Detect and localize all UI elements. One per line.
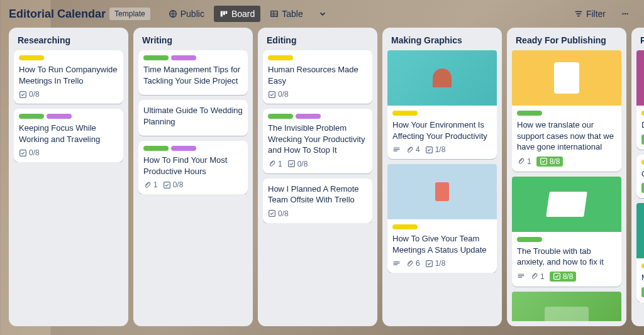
card[interactable]: The Invisible Problem Wrecking Your Prod… [263, 109, 372, 173]
svg-point-6 [625, 13, 626, 14]
attachment-count: 1 [540, 272, 545, 281]
label-purple[interactable] [47, 114, 72, 119]
svg-rect-1 [221, 11, 223, 17]
card[interactable]: Creating4 May [636, 155, 644, 199]
card-title: Human Resources Made Easy [268, 64, 367, 86]
list-header[interactable]: Writing [138, 33, 248, 50]
card[interactable]: How To Give Your Team Meetings A Status … [387, 164, 497, 273]
board-view-button[interactable]: Board [214, 6, 260, 22]
card-badges: 10/8 [143, 180, 243, 189]
card-title: How I Planned A Remote Team Offsite With… [268, 184, 367, 206]
card[interactable]: How Your Environment Is Affecting Your P… [387, 50, 497, 159]
label-yellow[interactable] [641, 160, 644, 165]
list-header[interactable]: Making Graphics [387, 33, 497, 50]
label-green[interactable] [143, 55, 169, 60]
card-title: The Invisible Problem Wrecking Your Prod… [268, 123, 367, 156]
list-header[interactable]: Editing [263, 33, 372, 50]
checklist-badge: 0/8 [19, 148, 40, 157]
list-header[interactable]: Researching [14, 33, 123, 50]
card-title: Keeping Focus While Working and Travelin… [19, 123, 118, 145]
label-green[interactable] [268, 114, 293, 119]
card[interactable]: Human Resources Made Easy0/8 [263, 50, 372, 104]
card[interactable]: The Trouble with tab anxiety, and how to… [512, 177, 621, 287]
label-yellow[interactable] [392, 111, 418, 116]
filter-button[interactable]: Filter [569, 6, 611, 22]
board-canvas[interactable]: ResearchingHow To Run Companywide Meetin… [0, 28, 644, 335]
board-title[interactable]: Editorial Calendar [9, 8, 106, 21]
more-icon [621, 9, 630, 18]
label-purple[interactable] [171, 146, 196, 151]
checklist-count: 1/8 [435, 145, 446, 154]
checklist-icon [19, 91, 27, 99]
table-view-button[interactable]: Table [264, 6, 308, 22]
card-cover [636, 203, 644, 258]
checklist-badge: 0/8 [268, 209, 289, 218]
list-header[interactable]: Published [636, 33, 644, 50]
list-cards: Human Resources Made Easy0/8The Invisibl… [263, 50, 372, 223]
more-button[interactable] [615, 6, 635, 21]
list-header[interactable]: Ready For Publishing [512, 33, 621, 50]
list: EditingHuman Resources Made Easy0/8The I… [258, 28, 377, 326]
card-badges: 0/8 [19, 90, 118, 99]
template-badge[interactable]: Template [109, 8, 150, 20]
card[interactable]: Managing10 Feb [636, 203, 644, 302]
card[interactable]: Time Management Tips for Tackling Your S… [138, 50, 248, 95]
card-title: The Trouble with tab anxiety, and how to… [517, 246, 616, 268]
checklist-count: 0/8 [278, 90, 289, 99]
list: Making GraphicsHow Your Environment Is A… [382, 28, 502, 326]
label-green[interactable] [19, 114, 44, 119]
card[interactable]: Don't Do18 Oct [636, 50, 644, 150]
card[interactable]: Ultimate Guide To Wedding Planning [138, 100, 248, 136]
card-title: How To Run Companywide Meetings In Trell… [19, 64, 118, 86]
label-green[interactable] [517, 111, 542, 116]
board-icon [219, 9, 228, 18]
checklist-icon [425, 146, 433, 154]
card[interactable]: How To Run Companywide Meetings In Trell… [14, 50, 123, 104]
card[interactable]: How To Find Your Most Productive Hours10… [138, 141, 248, 194]
label-green[interactable] [517, 237, 542, 242]
label-green[interactable] [143, 146, 169, 151]
svg-point-7 [626, 13, 628, 14]
list-cards: How To Run Companywide Meetings In Trell… [14, 50, 123, 162]
card-title: How Your Environment Is Affecting Your P… [392, 119, 492, 141]
card-title: Don't Do [641, 119, 644, 131]
checklist-icon [268, 209, 276, 217]
globe-icon [169, 9, 177, 18]
label-yellow[interactable] [641, 111, 644, 116]
card[interactable]: How we translate our support cases now t… [512, 50, 621, 172]
label-purple[interactable] [171, 55, 196, 60]
card-badges: 0/8 [268, 209, 367, 218]
svg-rect-4 [271, 11, 278, 17]
checklist-badge: 0/8 [268, 90, 289, 99]
card[interactable]: Keeping Focus While Working and Travelin… [14, 109, 123, 162]
card[interactable]: How I Planned A Remote Team Offsite With… [263, 178, 372, 223]
table-icon [270, 9, 279, 18]
label-yellow[interactable] [19, 55, 44, 60]
table-view-label: Table [282, 9, 303, 19]
card-title: How To Give Your Team Meetings A Status … [392, 233, 492, 255]
label-yellow[interactable] [641, 263, 644, 268]
card-badges: 61/8 [392, 259, 492, 268]
card-title: How To Find Your Most Productive Hours [143, 155, 243, 177]
card-badges: 18/8 [517, 272, 616, 282]
view-switcher-button[interactable] [313, 6, 333, 21]
card-cover [387, 50, 497, 106]
card-title: How we translate our support cases now t… [517, 119, 616, 153]
card-labels [641, 263, 644, 268]
label-purple[interactable] [296, 114, 321, 119]
card-cover [387, 164, 497, 219]
card[interactable]: How To Get To Inbox Zero [512, 292, 621, 321]
card-labels [641, 160, 644, 165]
label-yellow[interactable] [392, 224, 418, 229]
attachment-icon [530, 272, 538, 280]
checklist-badge: 0/8 [163, 180, 184, 189]
visibility-button[interactable]: Public [163, 6, 210, 22]
card-labels [143, 55, 243, 60]
checklist-badge: 0/8 [19, 90, 40, 99]
attachment-icon [143, 181, 152, 189]
card-cover [512, 177, 621, 232]
card-badges: 18/8 [517, 157, 616, 167]
attachment-badge: 1 [268, 160, 282, 168]
list-cards: How Your Environment Is Affecting Your P… [387, 50, 497, 273]
label-yellow[interactable] [268, 55, 293, 60]
